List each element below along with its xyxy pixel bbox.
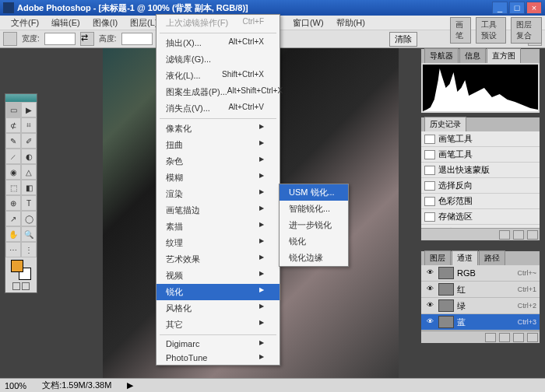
submenu-entry[interactable]: 进一步锐化	[280, 217, 348, 233]
menu-entry[interactable]: 图案生成器(P)...Alt+Shift+Ctrl+X	[156, 84, 280, 100]
history-snapshot-icon[interactable]	[499, 230, 510, 240]
save-selection-icon[interactable]	[499, 333, 510, 342]
trash-icon[interactable]	[527, 230, 538, 240]
submenu-entry[interactable]: 锐化	[280, 233, 348, 250]
submenu-entry[interactable]: 智能锐化...	[280, 201, 348, 217]
menu-entry[interactable]: 扭曲▶	[156, 137, 280, 153]
menu-item[interactable]: 图像(I)	[86, 16, 124, 30]
minimize-button[interactable]: _	[492, 2, 508, 14]
tool-button[interactable]: ⊄	[5, 117, 21, 133]
tool-button[interactable]: T	[21, 195, 37, 211]
menu-entry[interactable]: 像素化▶	[156, 121, 280, 137]
menu-item[interactable]: 窗口(W)	[287, 16, 330, 30]
swap-dimensions-icon[interactable]: ⇄	[80, 32, 94, 46]
toolbox-grip[interactable]	[5, 94, 37, 102]
menu-item[interactable]: 编辑(E)	[45, 16, 86, 30]
maximize-button[interactable]: □	[509, 2, 525, 14]
palette-tab[interactable]: 画笔	[450, 17, 471, 44]
palette-tab[interactable]: 图层复合	[511, 17, 542, 44]
tool-button[interactable]: △	[21, 164, 37, 180]
panel-tab[interactable]: 信息	[459, 48, 486, 63]
tool-button[interactable]: ◧	[21, 180, 37, 195]
tool-button[interactable]: ⟋	[5, 149, 21, 164]
menu-entry[interactable]: 抽出(X)...Alt+Ctrl+X	[156, 35, 280, 51]
history-tab[interactable]: 历史记录	[424, 117, 466, 131]
visibility-icon[interactable]: 👁	[424, 268, 435, 278]
menu-entry[interactable]: 艺术效果▶	[156, 251, 280, 268]
tool-button[interactable]: 🔍	[21, 226, 37, 242]
load-selection-icon[interactable]	[485, 333, 496, 342]
width-input[interactable]	[44, 33, 76, 45]
menu-entry[interactable]: 消失点(V)...Alt+Ctrl+V	[156, 100, 280, 117]
tool-button[interactable]: ✋	[5, 226, 21, 242]
menu-entry[interactable]: PhotoTune▶	[156, 351, 280, 365]
tool-button[interactable]: ⌗	[21, 117, 37, 133]
panel-tab[interactable]: 图层	[424, 250, 451, 265]
zoom-level[interactable]: 100%	[5, 381, 26, 390]
channel-item[interactable]: 👁RGBCtrl+~	[421, 265, 540, 282]
menu-entry[interactable]: 杂色▶	[156, 153, 280, 170]
close-button[interactable]: ×	[526, 2, 542, 14]
channel-item[interactable]: 👁绿Ctrl+2	[421, 298, 540, 314]
menu-entry[interactable]: 视频▶	[156, 268, 280, 284]
visibility-icon[interactable]: 👁	[424, 285, 435, 294]
menu-entry[interactable]: 锐化▶	[156, 284, 280, 300]
history-item[interactable]: 画笔工具	[421, 131, 540, 147]
tool-button[interactable]: ⊕	[5, 195, 21, 211]
window-titlebar: Adobe Photoshop - [未标题-1 @ 100% (背景 副本, …	[0, 0, 545, 16]
menu-entry[interactable]: 模糊▶	[156, 170, 280, 186]
channel-item[interactable]: 👁红Ctrl+1	[421, 282, 540, 298]
history-new-icon[interactable]	[513, 230, 524, 240]
channel-thumb	[438, 316, 454, 328]
menu-entry[interactable]: 风格化▶	[156, 300, 280, 317]
tool-button[interactable]: ⋮	[21, 242, 37, 257]
panel-tab[interactable]: 导航器	[424, 48, 459, 63]
tool-button[interactable]: ⋯	[5, 242, 21, 257]
new-channel-icon[interactable]	[513, 333, 524, 342]
tool-button[interactable]: ▶	[21, 102, 37, 117]
crop-tool-icon[interactable]	[3, 32, 17, 46]
history-item[interactable]: 选择反向	[421, 178, 540, 194]
channel-thumb	[438, 267, 454, 279]
tool-button[interactable]: ▭	[5, 102, 21, 117]
foreground-color-swatch[interactable]	[11, 260, 23, 272]
tool-button[interactable]: ◐	[21, 149, 37, 164]
menu-entry[interactable]: 画笔描边▶	[156, 202, 280, 219]
clear-button[interactable]: 清除	[389, 32, 417, 47]
submenu-entry[interactable]: USM 锐化...	[280, 184, 348, 201]
menu-entry[interactable]: 液化(L)...Shift+Ctrl+X	[156, 68, 280, 84]
histogram-panel: 导航器信息直方图	[420, 48, 540, 114]
screenmode-icon[interactable]	[22, 282, 30, 290]
channel-thumb	[438, 299, 454, 312]
submenu-entry[interactable]: 锐化边缘	[280, 250, 348, 266]
menu-entry[interactable]: Digimarc▶	[156, 337, 280, 351]
menu-item[interactable]: 文件(F)	[5, 16, 45, 30]
tool-button[interactable]: ↗	[5, 211, 21, 226]
channel-item[interactable]: 👁蓝Ctrl+3	[421, 314, 540, 331]
palette-tab[interactable]: 工具预设	[476, 17, 507, 44]
trash-icon[interactable]	[527, 333, 538, 342]
menu-entry[interactable]: 纹理▶	[156, 235, 280, 251]
panel-tab[interactable]: 直方图	[487, 48, 521, 63]
visibility-icon[interactable]: 👁	[424, 301, 435, 310]
history-item[interactable]: 画笔工具	[421, 147, 540, 163]
visibility-icon[interactable]: 👁	[424, 317, 435, 327]
height-input[interactable]	[121, 33, 153, 45]
tool-button[interactable]: ◉	[5, 164, 21, 180]
history-item[interactable]: 退出快速蒙版	[421, 163, 540, 178]
menu-entry[interactable]: 素描▶	[156, 219, 280, 235]
tool-button[interactable]: ◯	[21, 211, 37, 226]
tool-button[interactable]: ✐	[21, 133, 37, 149]
menu-entry[interactable]: 渲染▶	[156, 186, 280, 202]
history-item[interactable]: 存储选区	[421, 209, 540, 225]
history-item[interactable]: 色彩范围	[421, 194, 540, 209]
tool-button[interactable]: ✎	[5, 133, 21, 149]
menu-entry[interactable]: 其它▶	[156, 317, 280, 333]
menu-item[interactable]: 帮助(H)	[330, 16, 371, 30]
panel-tab[interactable]: 通道	[452, 250, 478, 265]
quickmask-icon[interactable]	[12, 282, 20, 290]
panel-tab[interactable]: 路径	[479, 250, 505, 265]
history-step-icon	[424, 135, 435, 144]
tool-button[interactable]: ⬚	[5, 180, 21, 195]
menu-entry[interactable]: 滤镜库(G)...	[156, 51, 280, 68]
